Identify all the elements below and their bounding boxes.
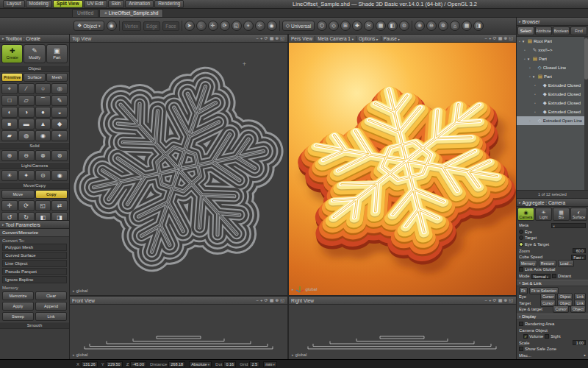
aggregate-tab-camera[interactable]: ◉Camera <box>517 208 534 221</box>
plane-tool-icon[interactable]: ▱ <box>18 95 35 106</box>
merge-icon[interactable]: ⊛ <box>51 150 68 161</box>
eye-target-cursor-button[interactable]: Cursor <box>553 305 569 313</box>
coordinate-space-tag[interactable]: global <box>292 285 318 293</box>
document-tab-lineoffset-sample-shd[interactable]: ×LineOffset_Sample.shd <box>99 9 163 17</box>
union-icon[interactable]: ⊕ <box>1 150 18 161</box>
expander-icon[interactable]: ▾ <box>523 39 526 43</box>
vertex-mode-button[interactable]: Vertex <box>122 21 141 31</box>
mesh-tool-icon[interactable]: ▦ <box>376 21 386 31</box>
document-tab-untitled[interactable]: Untitled <box>72 9 98 17</box>
rotate-ccw-icon[interactable]: ↺ <box>1 212 18 220</box>
ring-tool-icon[interactable]: ◉ <box>35 130 51 141</box>
rotate-icon[interactable]: ⟳ <box>18 200 35 211</box>
tree-scrollbar[interactable] <box>584 37 588 190</box>
pause-menu[interactable]: Pause ▸ <box>384 36 401 41</box>
workspace-tab-split-view[interactable]: Split View <box>53 0 83 8</box>
eye-target-object-button[interactable]: Object <box>570 305 586 313</box>
status-field-value[interactable]: mm <box>263 361 277 367</box>
tree-item-root-part[interactable]: ▾▤Root Part <box>517 37 588 46</box>
pers-viewport-canvas[interactable]: global <box>289 43 516 295</box>
object-tab-primitive[interactable]: Primitive <box>1 73 23 82</box>
tree-item-extruded-closed[interactable]: ◆Extruded Closed <box>517 107 588 116</box>
memorize-button[interactable]: Memorize <box>2 291 34 300</box>
cube-tool-icon[interactable]: ■ <box>1 118 18 130</box>
close-tab-icon[interactable]: × <box>104 10 107 15</box>
maximize-icon[interactable]: ◱ <box>508 36 514 40</box>
slab-tool-icon[interactable]: ▰ <box>1 130 18 141</box>
align-right-icon[interactable]: ◨ <box>51 212 68 220</box>
center-tool-icon[interactable]: ⌖ <box>243 21 254 31</box>
toolbox-mode-part[interactable]: ▣Part <box>46 44 68 63</box>
tree-item-extruded-closed[interactable]: ◆Extruded Closed <box>517 99 588 107</box>
snap-tool-icon[interactable]: ⊹ <box>255 21 265 31</box>
meta-dropdown[interactable] <box>551 223 587 228</box>
edge-mode-button[interactable]: Edge <box>143 21 160 31</box>
cone-tool-icon[interactable]: ▲ <box>35 118 51 130</box>
smooth-section-header[interactable]: Smooth <box>0 322 69 329</box>
universal-manipulator-button[interactable]: ◇ Universal <box>282 21 315 31</box>
orbit-tool-icon[interactable]: ⊚ <box>438 21 448 31</box>
dome-tool-icon[interactable]: ◑ <box>18 107 35 118</box>
distant-light-icon[interactable]: ☀ <box>1 170 18 181</box>
front-viewport-canvas[interactable]: global <box>70 305 287 359</box>
browser-tab-attributes[interactable]: Attributes <box>535 26 552 35</box>
workspace-tab-modeling[interactable]: Modeling <box>26 0 52 8</box>
maximize-icon[interactable]: ◱ <box>508 298 514 302</box>
light-camera-section-header[interactable]: Light/Camera <box>0 162 69 169</box>
tool-parameters-header[interactable]: Tool Parameters <box>0 221 69 229</box>
maximize-icon[interactable]: ◱ <box>279 36 285 40</box>
pivot-tool-icon[interactable]: ⊙ <box>399 21 409 31</box>
lasso-tool-icon[interactable]: ◌ <box>196 21 207 31</box>
object-tab-surface[interactable]: Surface <box>24 73 45 82</box>
grid-tool-icon[interactable]: ⊞ <box>340 21 351 31</box>
cube-speed-dropdown[interactable]: Fast <box>571 255 586 260</box>
solid-section-header[interactable]: Solid <box>0 142 69 149</box>
toolbox-mode-modify[interactable]: ✎Modify <box>24 44 45 63</box>
tree-item-extruded-closed[interactable]: ◆Extruded Closed <box>517 81 588 90</box>
disk-tool-icon[interactable]: ◎ <box>51 83 68 94</box>
aggregate-tab-light[interactable]: ☀Light <box>535 208 552 221</box>
tree-item-part[interactable]: ▾▤Part <box>517 54 588 63</box>
rotate-tool-icon[interactable]: ⟳ <box>220 21 230 31</box>
rendering-area-checkbox[interactable] <box>519 322 523 326</box>
point-light-icon[interactable]: ⊙ <box>35 170 51 181</box>
browser-tab-boolean[interactable]: Boolean <box>553 26 570 35</box>
tree-item-extruded-open-line[interactable]: ◇Extruded Open Line <box>517 116 588 125</box>
append-button[interactable]: Append <box>35 302 67 311</box>
add-tool-icon[interactable]: ✚ <box>352 21 362 31</box>
mode-dropdown[interactable]: Normal <box>531 274 551 279</box>
half-sphere-tool-icon[interactable]: ◐ <box>1 107 18 118</box>
rectangle-tool-icon[interactable]: □ <box>1 95 18 106</box>
rotate-view-icon[interactable]: ⟳ <box>264 36 269 40</box>
top-viewport-canvas[interactable]: + global <box>70 43 287 295</box>
grid-toggle-icon[interactable]: ▦ <box>462 21 472 31</box>
arc-tool-icon[interactable]: ⌒ <box>35 95 51 106</box>
object-tab-mesh[interactable]: Mesh <box>46 73 68 82</box>
right-viewport-canvas[interactable]: global <box>289 305 516 359</box>
options-menu[interactable]: Options ▸ <box>359 36 378 41</box>
split-view-icon[interactable]: ◨ <box>473 21 484 31</box>
scale-input[interactable]: 1.00 <box>573 340 586 345</box>
scale-icon[interactable]: ◱ <box>35 200 51 211</box>
rotate-view-icon[interactable]: ⟳ <box>492 36 498 40</box>
select-tool-icon[interactable]: ➤ <box>184 21 195 31</box>
camera-tool-icon[interactable]: ◉ <box>267 21 277 31</box>
set-link-section-header[interactable]: Set & Link <box>517 280 588 286</box>
move-tool-icon[interactable]: ✛ <box>208 21 218 31</box>
object-section-header[interactable]: Object <box>0 65 69 72</box>
star-tool-icon[interactable]: ✦ <box>51 130 68 141</box>
point-tool-icon[interactable]: ⌖ <box>1 83 18 94</box>
torus-tool-icon[interactable]: ◍ <box>18 130 35 141</box>
movecopy-tab-copy[interactable]: Copy <box>35 190 68 199</box>
diamond-tool-icon[interactable]: ◆ <box>51 118 68 130</box>
line-tool-icon[interactable]: ∕ <box>18 83 35 94</box>
mirror-icon[interactable]: ⇄ <box>51 200 68 211</box>
workspace-tab-uv-edit[interactable]: UV Edit <box>84 0 107 8</box>
aggregate-tab-surface[interactable]: ◐Surface <box>570 208 587 221</box>
expander-icon[interactable]: ▾ <box>528 57 531 61</box>
status-field-value[interactable]: Absolute <box>189 361 212 367</box>
aggregate-tab-bg[interactable]: ▦BG <box>553 208 570 221</box>
rotate-view-icon[interactable]: ⟳ <box>264 298 269 302</box>
display-section-header[interactable]: Display <box>517 314 588 320</box>
polygon-tool-icon[interactable]: ⬡ <box>317 21 327 31</box>
